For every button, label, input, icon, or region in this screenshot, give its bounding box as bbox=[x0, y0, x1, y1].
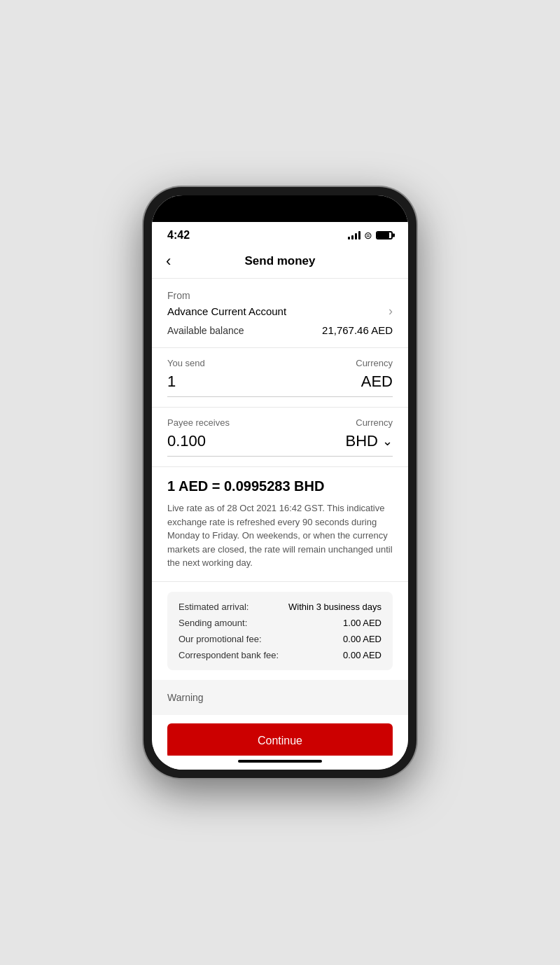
back-button[interactable]: ‹ bbox=[166, 252, 171, 270]
estimated-arrival-row: Estimated arrival: Within 3 business day… bbox=[178, 602, 382, 612]
wifi-icon: ⊜ bbox=[364, 230, 372, 241]
sending-amount-label: Sending amount: bbox=[178, 618, 247, 628]
exchange-rate-title: 1 AED = 0.0995283 BHD bbox=[167, 478, 393, 494]
payee-receives-amount[interactable]: 0.100 bbox=[167, 432, 280, 457]
phone-frame: 4:42 ⊜ ‹ Send money bbox=[144, 187, 416, 778]
warning-section: Warning bbox=[152, 680, 408, 715]
account-row[interactable]: Advance Current Account › bbox=[167, 304, 393, 319]
account-name: Advance Current Account bbox=[167, 305, 286, 317]
exchange-rate-section: 1 AED = 0.0995283 BHD Live rate as of 28… bbox=[152, 467, 408, 582]
status-time: 4:42 bbox=[167, 229, 190, 242]
correspondent-fee-row: Correspondent bank fee: 0.00 AED bbox=[178, 650, 382, 660]
balance-row: Available balance 21,767.46 AED bbox=[167, 324, 393, 336]
payee-receives-label: Payee receives bbox=[167, 417, 280, 428]
you-send-currency: AED bbox=[361, 373, 393, 390]
status-icons: ⊜ bbox=[348, 230, 393, 241]
promotional-fee-label: Our promotional fee: bbox=[178, 634, 262, 644]
promotional-fee-row: Our promotional fee: 0.00 AED bbox=[178, 634, 382, 644]
balance-value: 21,767.46 AED bbox=[322, 324, 393, 336]
sending-amount-value: 1.00 AED bbox=[343, 618, 382, 628]
signal-icon bbox=[348, 231, 360, 239]
chevron-right-icon: › bbox=[388, 304, 393, 319]
payee-currency: BHD bbox=[346, 432, 378, 450]
payee-receives-group: Payee receives 0.100 bbox=[167, 417, 280, 457]
payee-currency-label: Currency bbox=[280, 417, 393, 428]
page-header: ‹ Send money bbox=[152, 244, 408, 279]
sending-amount-row: Sending amount: 1.00 AED bbox=[178, 618, 382, 628]
payee-currency-group: Currency BHD ⌄ bbox=[280, 417, 393, 457]
continue-button[interactable]: Continue bbox=[167, 723, 393, 756]
exchange-rate-description: Live rate as of 28 Oct 2021 16:42 GST. T… bbox=[167, 501, 393, 570]
you-send-section: You send 1 Currency AED bbox=[152, 348, 408, 408]
balance-label: Available balance bbox=[167, 325, 244, 336]
notch-area bbox=[152, 195, 408, 222]
payee-currency-selector[interactable]: BHD ⌄ bbox=[280, 432, 393, 450]
correspondent-fee-value: 0.00 AED bbox=[343, 650, 382, 660]
correspondent-fee-label: Correspondent bank fee: bbox=[178, 650, 279, 660]
chevron-down-icon: ⌄ bbox=[382, 433, 393, 449]
from-label: From bbox=[167, 290, 393, 301]
you-send-amount[interactable]: 1 bbox=[167, 373, 280, 397]
notch bbox=[234, 195, 326, 215]
scroll-content: ‹ Send money From Advance Current Accoun… bbox=[152, 244, 408, 756]
details-box: Estimated arrival: Within 3 business day… bbox=[167, 592, 393, 670]
page-title: Send money bbox=[244, 254, 315, 268]
home-indicator bbox=[152, 756, 408, 770]
home-bar bbox=[238, 760, 322, 763]
warning-label: Warning bbox=[167, 692, 204, 703]
from-section: From Advance Current Account › Available… bbox=[152, 279, 408, 348]
you-send-label: You send bbox=[167, 358, 280, 368]
estimated-arrival-label: Estimated arrival: bbox=[178, 602, 248, 612]
you-send-currency-label: Currency bbox=[280, 358, 393, 368]
status-bar: 4:42 ⊜ bbox=[152, 222, 408, 244]
estimated-arrival-value: Within 3 business days bbox=[288, 602, 382, 612]
battery-icon bbox=[376, 231, 393, 239]
you-send-currency-group: Currency AED bbox=[280, 358, 393, 397]
promotional-fee-value: 0.00 AED bbox=[343, 634, 382, 644]
payee-receives-section: Payee receives 0.100 Currency BHD ⌄ bbox=[152, 408, 408, 467]
you-send-group: You send 1 bbox=[167, 358, 280, 397]
